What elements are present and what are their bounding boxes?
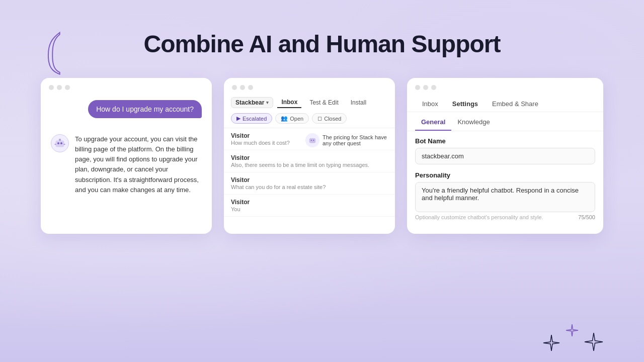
traffic-lights-2	[224, 78, 395, 95]
settings-body: Bot Name stackbear.com Personality You'r…	[407, 137, 603, 220]
bot-response-pill: The pricing for Stack have any other que…	[305, 133, 388, 147]
dot-green	[65, 85, 70, 90]
chat-body: How do I upgrade my account?	[41, 95, 212, 200]
tab-settings-inbox[interactable]: Inbox	[415, 97, 445, 112]
bot-preview-text: The pricing for Stack have any other que…	[323, 134, 388, 146]
char-count: 75/500	[578, 214, 595, 220]
svg-rect-7	[309, 138, 315, 143]
personality-textarea[interactable]: You're a friendly helpful chatbot. Respo…	[415, 182, 595, 212]
char-count-row: Optionally customize chatbot's personali…	[415, 214, 595, 220]
bot-icon-small	[305, 133, 319, 147]
tab-inbox[interactable]: Inbox	[277, 97, 301, 108]
bot-response-text: To upgrade your account, you can visit t…	[75, 134, 202, 195]
conv-info-2: Visitor Also, there seems to be a time l…	[231, 154, 388, 168]
conv-msg-4: You	[231, 206, 388, 212]
filter-closed-label: Closed	[324, 116, 341, 122]
escalated-icon: ▶	[236, 115, 240, 122]
conv-name-4: Visitor	[231, 199, 388, 206]
bot-name-input[interactable]: stackbear.com	[415, 148, 595, 164]
conv-name-3: Visitor	[231, 176, 388, 184]
traffic-lights-1	[41, 78, 212, 95]
settings-nav-tabs: Inbox Settings Embed & Share	[407, 95, 603, 112]
conv-info-4: Visitor You	[231, 199, 388, 212]
bot-small-icon	[308, 136, 316, 144]
filter-open[interactable]: 👥 Open	[275, 113, 309, 124]
bot-avatar	[51, 134, 69, 152]
svg-rect-0	[56, 141, 64, 147]
cards-container: How do I upgrade my account?	[0, 78, 644, 234]
conv-msg-2: Also, there seems to be a time limit on …	[231, 162, 388, 168]
sparkle-icon-1	[542, 334, 560, 352]
sparkle-icon-2	[566, 324, 579, 337]
conv-item-1[interactable]: Visitor How much does it cost? The prici…	[224, 128, 395, 150]
conv-name-2: Visitor	[231, 154, 388, 161]
svg-point-8	[311, 140, 312, 141]
page-title: Combine AI and Human Support	[144, 30, 501, 58]
svg-point-1	[57, 142, 59, 144]
conv-item-3[interactable]: Visitor What can you do for a real estat…	[224, 172, 395, 195]
dot-red-2	[232, 85, 237, 90]
closed-icon: ◻	[317, 115, 322, 122]
conversation-list: Visitor How much does it cost? The prici…	[224, 128, 395, 217]
sparkles-decoration	[542, 324, 604, 352]
filter-open-label: Open	[290, 116, 303, 122]
conv-item-2[interactable]: Visitor Also, there seems to be a time l…	[224, 150, 395, 172]
svg-rect-3	[59, 139, 61, 141]
filter-tabs: ▶ Escalated 👥 Open ◻ Closed	[224, 113, 395, 128]
chevron-down-icon: ▾	[266, 100, 269, 105]
sub-tab-knowledge[interactable]: Knowledge	[451, 116, 496, 131]
svg-point-9	[313, 140, 314, 141]
svg-point-2	[60, 142, 62, 144]
conv-msg-3: What can you do for a real estate site?	[231, 184, 388, 190]
dot-red	[49, 85, 54, 90]
personality-hint: Optionally customize chatbot's personali…	[415, 214, 543, 220]
tab-test-edit[interactable]: Test & Edit	[305, 98, 342, 108]
conv-item-4[interactable]: Visitor You	[224, 195, 395, 217]
bot-response-area: To upgrade your account, you can visit t…	[51, 134, 202, 195]
personality-label: Personality	[415, 171, 595, 179]
brand-selector[interactable]: Stackbear ▾	[231, 97, 273, 108]
inbox-top-bar: Stackbear ▾ Inbox Test & Edit Install	[224, 95, 395, 113]
traffic-lights-3	[407, 78, 603, 95]
dot-yellow-2	[240, 85, 245, 90]
filter-escalated[interactable]: ▶ Escalated	[231, 113, 272, 124]
tab-settings-settings[interactable]: Settings	[445, 97, 485, 112]
settings-sub-tabs: General Knowledge	[407, 112, 603, 131]
brand-name: Stackbear	[235, 99, 264, 106]
page-content: Combine AI and Human Support How do I up…	[0, 0, 644, 234]
inbox-card: Stackbear ▾ Inbox Test & Edit Install ▶ …	[224, 78, 395, 234]
dot-yellow	[57, 85, 62, 90]
dot-green-2	[248, 85, 253, 90]
settings-card: Inbox Settings Embed & Share General Kno…	[407, 78, 603, 234]
sub-tab-general[interactable]: General	[415, 116, 451, 131]
tab-install[interactable]: Install	[347, 98, 370, 108]
user-message-bubble: How do I upgrade my account?	[88, 100, 202, 118]
conv-info-3: Visitor What can you do for a real estat…	[231, 176, 388, 190]
dot-red-3	[415, 85, 420, 90]
dot-green-3	[431, 85, 436, 90]
bot-name-label: Bot Name	[415, 137, 595, 145]
tab-settings-embed[interactable]: Embed & Share	[485, 97, 545, 112]
bot-icon	[54, 138, 65, 149]
filter-closed[interactable]: ◻ Closed	[312, 113, 347, 124]
open-icon: 👥	[281, 115, 288, 122]
sparkle-icon-3	[584, 332, 604, 352]
filter-escalated-label: Escalated	[243, 116, 267, 122]
user-bubble-wrapper: How do I upgrade my account?	[51, 100, 202, 126]
chat-card: How do I upgrade my account?	[41, 78, 212, 234]
dot-yellow-3	[423, 85, 428, 90]
